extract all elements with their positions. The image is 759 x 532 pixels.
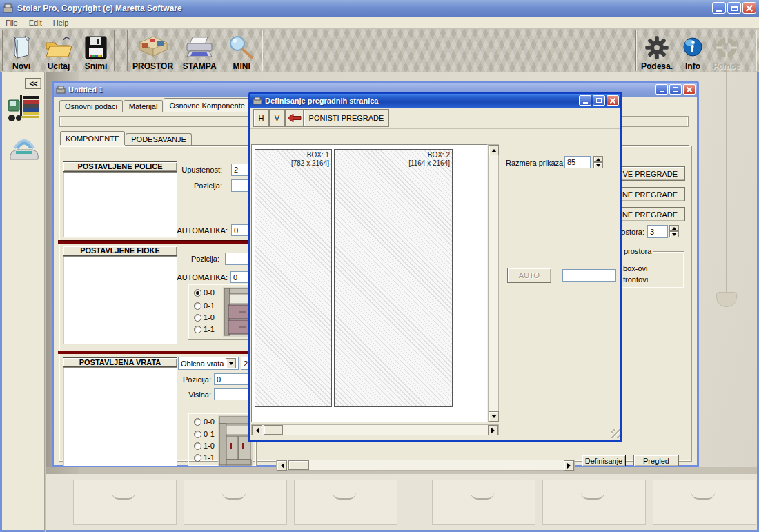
- tab-materijal[interactable]: Materijal: [124, 100, 164, 112]
- resize-grip[interactable]: [611, 429, 620, 438]
- prostor-button[interactable]: PROSTOR: [128, 32, 177, 71]
- auto-value-field[interactable]: [562, 269, 616, 282]
- radio-label: 0-1: [204, 430, 215, 438]
- spin-down-button[interactable]: [593, 162, 603, 168]
- tab-komponente[interactable]: KOMPONENTE: [60, 131, 125, 145]
- fioke-radio-0-1[interactable]: 0-1: [194, 302, 215, 310]
- vrata-listbox[interactable]: [63, 367, 177, 466]
- scroll-up-button[interactable]: [489, 145, 499, 155]
- dialog-close-button[interactable]: [607, 95, 619, 106]
- scanner-icon[interactable]: [6, 132, 42, 164]
- ucitaj-button[interactable]: Ucitaj: [39, 32, 78, 71]
- police-pozicija-label: Pozicija:: [157, 181, 222, 190]
- stampa-button[interactable]: STAMPA: [177, 32, 221, 71]
- novi-label: Novi: [12, 61, 30, 71]
- chevron-down-icon: [228, 362, 234, 368]
- definisanje-button[interactable]: Definisanje: [582, 455, 626, 466]
- scroll-thumb[interactable]: [264, 425, 283, 435]
- novi-button[interactable]: Novi: [3, 32, 39, 71]
- vrata-radio-1-0[interactable]: 1-0: [194, 442, 215, 450]
- tab-label: Materijal: [129, 102, 158, 110]
- door-type-combobox[interactable]: Obicna vrata: [178, 357, 239, 370]
- scroll-left-button[interactable]: [252, 425, 262, 435]
- info-label: Info: [685, 61, 700, 71]
- menu-file[interactable]: File: [0, 19, 23, 27]
- auto-button[interactable]: AUTO: [507, 268, 551, 283]
- arrow-right-icon: [491, 428, 497, 433]
- untitled-minimize-button[interactable]: [656, 84, 668, 95]
- minimize-icon: [716, 10, 722, 12]
- fioke-listbox[interactable]: [63, 256, 177, 344]
- razmera-spinner[interactable]: [593, 156, 603, 168]
- radio-icon: [194, 289, 201, 297]
- info-icon: [681, 35, 704, 61]
- fioke-radio-1-1[interactable]: 1-1: [194, 325, 215, 333]
- toolbar-file-group: Novi Ucitaj Snimi: [3, 30, 115, 71]
- mini-label: MINI: [233, 61, 250, 71]
- snimi-label: Snimi: [85, 61, 108, 71]
- fioke-radio-1-0[interactable]: 1-0: [194, 313, 215, 322]
- prostora-spinner[interactable]: [669, 225, 679, 237]
- police-automatika-label: AUTOMATIKA:: [150, 226, 228, 235]
- info-button[interactable]: Info: [677, 32, 709, 71]
- pregled-button[interactable]: Pregled: [633, 455, 679, 466]
- forklift-icon[interactable]: [6, 93, 42, 124]
- tab-osnovne-komponente[interactable]: Osnovne Komponente: [164, 98, 250, 112]
- group-item-box-ovi: box-ovi: [623, 264, 647, 273]
- horizontal-split-button[interactable]: H: [253, 109, 269, 127]
- close-icon: [687, 87, 692, 92]
- vrata-radio-0-0[interactable]: 0-0: [194, 417, 215, 426]
- app-minimize-button[interactable]: [712, 2, 726, 14]
- app-close-button[interactable]: [742, 2, 756, 14]
- combo-dropdown-button[interactable]: [226, 358, 236, 368]
- wallpaper-cabinets: [46, 474, 757, 532]
- tab-osnovni-podaci[interactable]: Osnovni podaci: [59, 100, 123, 112]
- sidebar-collapse-button[interactable]: <<: [25, 78, 41, 89]
- radio-label: 0-0: [204, 288, 215, 297]
- canvas-hscroll[interactable]: [251, 424, 499, 435]
- radio-label: 1-1: [204, 325, 215, 333]
- box-1-label: BOX: 1: [291, 151, 329, 159]
- spin-up-button[interactable]: [593, 156, 603, 162]
- bottom-hscroll[interactable]: [276, 460, 575, 471]
- maximize-icon: [596, 98, 602, 103]
- partition-canvas[interactable]: BOX: 1[782 x 2164] BOX: 2[1164 x 2164]: [251, 144, 488, 422]
- box-1[interactable]: BOX: 1[782 x 2164]: [255, 149, 332, 407]
- spin-down-button[interactable]: [669, 231, 679, 237]
- menu-edit[interactable]: Edit: [23, 19, 48, 27]
- app-maximize-button[interactable]: [727, 2, 741, 14]
- untitled-close-button[interactable]: [683, 84, 696, 95]
- radio-icon: [194, 454, 201, 462]
- vrata-radio-0-1[interactable]: 0-1: [194, 430, 215, 438]
- razmera-field[interactable]: [564, 156, 591, 168]
- menu-help[interactable]: Help: [48, 19, 75, 27]
- scroll-left-button[interactable]: [277, 460, 287, 471]
- vrata-radio-1-1[interactable]: 1-1: [194, 453, 215, 462]
- app-icon: [3, 3, 14, 13]
- spin-up-button[interactable]: [669, 225, 679, 231]
- prostora-count-field[interactable]: [647, 225, 668, 238]
- scroll-down-button[interactable]: [489, 411, 499, 422]
- box-1-dims: [782 x 2164]: [291, 159, 329, 168]
- save-floppy-icon: [82, 35, 110, 61]
- canvas-vscroll[interactable]: [488, 144, 499, 422]
- pomoc-button[interactable]: Pomoc: [709, 32, 745, 71]
- undo-partition-button[interactable]: [285, 109, 304, 127]
- snimi-button[interactable]: Snimi: [78, 32, 114, 71]
- scroll-thumb[interactable]: [288, 460, 309, 470]
- vertical-split-button[interactable]: V: [269, 109, 285, 127]
- scroll-right-button[interactable]: [564, 460, 574, 471]
- fioke-automatika-label: AUTOMATIKA:: [164, 273, 228, 282]
- scroll-right-button[interactable]: [488, 425, 498, 435]
- podesa-button[interactable]: Podesa.: [637, 32, 677, 71]
- mini-button[interactable]: MINI: [221, 32, 262, 71]
- visina-label: Visina:: [172, 391, 211, 399]
- ponisti-pregrade-button[interactable]: PONISTI PREGRADE: [304, 109, 389, 127]
- untitled-maximize-button[interactable]: [669, 84, 682, 95]
- tab-podesavanje[interactable]: PODESAVANJE: [126, 133, 192, 145]
- door-type-value: Obicna vrata: [181, 359, 226, 368]
- dialog-minimize-button[interactable]: [579, 95, 591, 106]
- dialog-maximize-button[interactable]: [593, 95, 605, 106]
- fioke-radio-0-0[interactable]: 0-0: [194, 288, 215, 297]
- box-2[interactable]: BOX: 2[1164 x 2164]: [334, 149, 453, 407]
